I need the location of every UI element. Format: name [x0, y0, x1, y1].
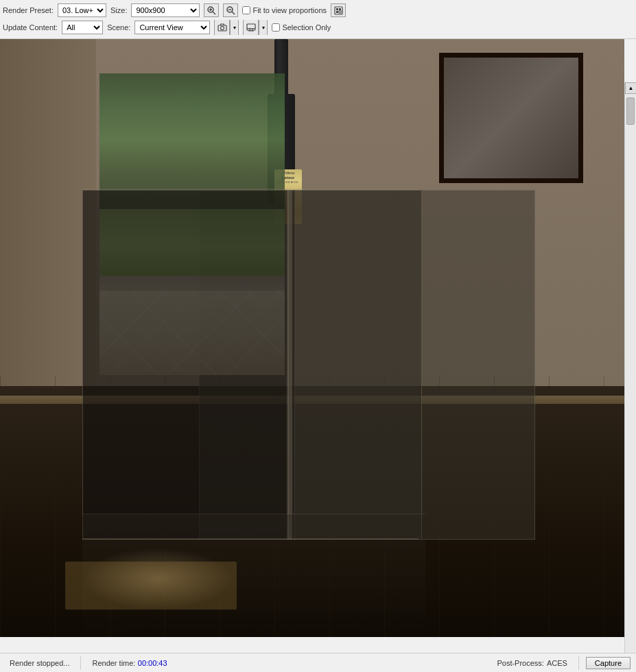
settings-icon	[334, 6, 343, 15]
fit-to-view-group: Fit to view proportions	[242, 6, 327, 14]
display-button[interactable]	[244, 20, 259, 35]
svg-point-13	[220, 27, 224, 30]
render-time-section: Render time: 00:00:43	[88, 653, 171, 672]
fit-to-view-checkbox[interactable]	[242, 6, 250, 14]
render-preset-select[interactable]: 03. Low+	[58, 3, 106, 17]
camera-button[interactable]	[215, 20, 230, 35]
wall-mirror	[439, 53, 583, 183]
render-canvas: Château Latour BORDEAUX	[0, 39, 624, 637]
selection-only-label: Selection Only	[282, 23, 331, 32]
cube-left-face	[82, 190, 295, 540]
cube-bottom-edge	[82, 538, 419, 540]
scene-label: Scene:	[107, 23, 130, 32]
toolbar-row-2: Update Content: All Scene: Current View …	[3, 19, 633, 36]
zoom-out-icon	[226, 5, 235, 15]
svg-rect-10	[336, 11, 338, 13]
selection-only-group: Selection Only	[272, 23, 331, 32]
postprocess-section: Post-Process: ACES	[493, 653, 571, 672]
status-text-section: Render stopped...	[5, 653, 73, 672]
display-icon	[246, 23, 256, 32]
scroll-thumb[interactable]	[626, 97, 635, 125]
floor-rug	[65, 562, 237, 610]
size-select[interactable]: 900x900	[131, 3, 200, 17]
settings-button[interactable]	[331, 3, 346, 17]
cube-right-face	[288, 190, 422, 540]
left-wall	[0, 39, 96, 428]
render-time-label: Render time:	[92, 659, 135, 667]
scroll-up-button[interactable]: ▲	[625, 82, 636, 94]
status-divider-1	[80, 656, 81, 670]
zoom-in-button[interactable]	[204, 3, 219, 17]
svg-rect-8	[336, 8, 338, 10]
camera-button-group: ▾	[214, 20, 239, 35]
postprocess-value: ACES	[547, 659, 567, 667]
render-status-text: Render stopped...	[10, 659, 69, 667]
svg-rect-11	[339, 11, 341, 13]
zoom-in-icon	[207, 5, 216, 15]
selection-only-checkbox[interactable]	[272, 23, 280, 32]
svg-rect-9	[339, 8, 341, 10]
postprocess-label: Post-Process:	[497, 659, 543, 667]
svg-line-1	[213, 12, 215, 14]
display-dropdown-button[interactable]: ▾	[259, 20, 267, 35]
update-content-select[interactable]: All	[62, 21, 103, 34]
toolbar-row-1: Render Preset: 03. Low+ Size: 900x900	[3, 2, 633, 19]
capture-button[interactable]: Capture	[586, 657, 631, 669]
update-content-label: Update Content:	[3, 23, 58, 32]
camera-dropdown-button[interactable]: ▾	[230, 20, 238, 35]
statusbar: Render stopped... Render time: 00:00:43 …	[0, 653, 636, 672]
display-button-group: ▾	[243, 20, 268, 35]
scroll-track[interactable]	[625, 94, 636, 669]
scrollbar: ▲ ▼	[624, 82, 636, 672]
camera-icon	[217, 23, 227, 32]
cube-top-edge	[82, 189, 419, 190]
scene-select[interactable]: Current View	[134, 21, 210, 34]
cube-center-edge	[287, 190, 292, 540]
status-divider-2	[578, 656, 579, 670]
render-area-container: Château Latour BORDEAUX	[0, 39, 636, 637]
fit-to-view-label: Fit to view proportions	[252, 6, 327, 14]
size-label: Size:	[110, 6, 127, 14]
render-preset-label: Render Preset:	[3, 6, 54, 14]
svg-rect-14	[247, 24, 255, 30]
zoom-out-button[interactable]	[223, 3, 238, 17]
render-time-value: 00:00:43	[138, 659, 167, 667]
toolbar: Render Preset: 03. Low+ Size: 900x900	[0, 0, 636, 39]
svg-line-5	[232, 12, 235, 14]
